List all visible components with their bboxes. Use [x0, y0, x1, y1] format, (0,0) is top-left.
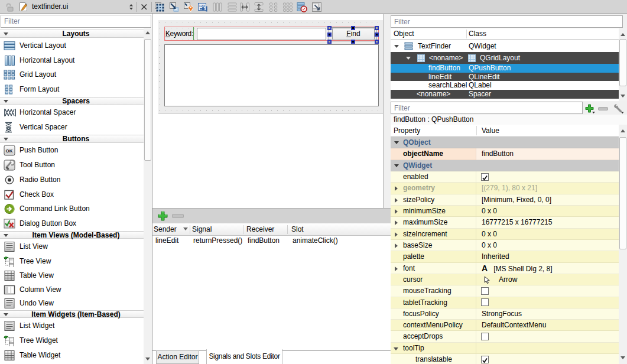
svg-text:OK: OK: [6, 148, 13, 154]
svg-text:123: 123: [199, 4, 206, 8]
